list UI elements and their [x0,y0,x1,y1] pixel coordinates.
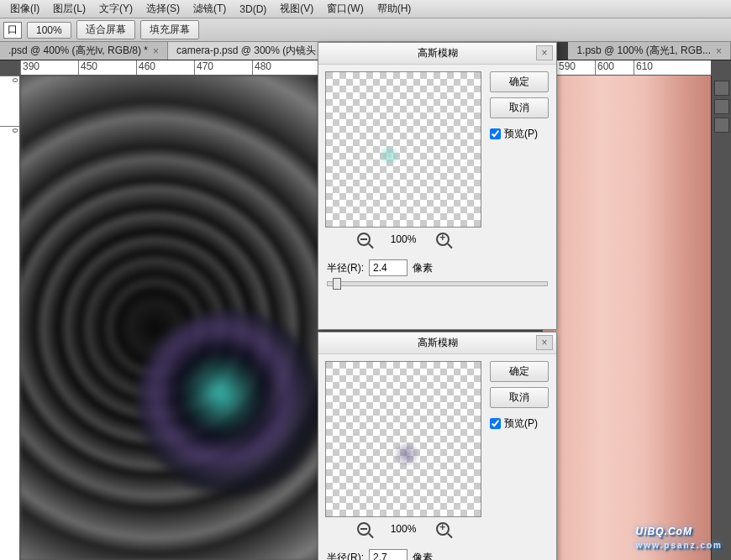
filter-preview[interactable] [325,361,481,517]
preview-label-text: 预览(P) [504,127,538,141]
lens-glass-artwork [138,311,319,495]
ruler-tick: 590 [556,60,595,75]
lens-rings-artwork [20,76,319,560]
zoom-in-icon[interactable] [436,233,450,246]
canvas-right-document[interactable] [543,76,711,560]
menu-view[interactable]: 视图(V) [273,2,320,16]
cancel-button[interactable]: 取消 [490,97,549,118]
ruler-tick: 470 [194,60,252,75]
ruler-tick: 0 [0,76,19,126]
dialog-titlebar[interactable]: 高斯模糊 × [318,43,556,65]
tab-label: 1.psb @ 100% (高光1, RGB... [576,44,711,58]
tab-doc-1[interactable]: .psd @ 400% (高光lv, RGB/8) *× [0,42,168,60]
ok-button[interactable]: 确定 [490,361,549,382]
ruler-tick: 480 [252,60,310,75]
preview-checkbox[interactable] [490,128,501,139]
panel-icon[interactable] [714,99,729,114]
gaussian-blur-dialog-2: 高斯模糊 × 100% 确定 取消 预览(P) 半径 [318,332,557,560]
menu-window[interactable]: 窗口(W) [320,2,370,16]
preview-content [378,144,400,166]
workspace: 390 450 460 470 480 570 580 590 600 610 … [0,60,731,560]
dialog-title: 高斯模糊 [418,46,458,60]
zoom-level-field[interactable]: 100% [27,22,71,39]
ruler-tick: 450 [78,60,136,75]
preview-zoom: 100% [391,523,417,535]
radius-label: 半径(R): [327,261,364,275]
menu-select[interactable]: 选择(S) [139,2,187,16]
preview-content [393,441,420,468]
ruler-tick: 610 [634,60,672,75]
radius-label: 半径(R): [327,551,364,561]
preview-zoom: 100% [391,233,417,245]
watermark-sub: www.psanz.com [636,541,723,550]
watermark-main: UiBQ.CoM [636,526,692,537]
canvas-left-document[interactable] [20,76,319,560]
menu-filter[interactable]: 滤镜(T) [187,2,233,16]
dialog-titlebar[interactable]: 高斯模糊 × [318,332,556,354]
tab-label: .psd @ 400% (高光lv, RGB/8) * [8,44,148,58]
options-bar: 口 100% 适合屏幕 填充屏幕 [0,18,731,42]
dialog-title: 高斯模糊 [418,336,458,350]
menu-image[interactable]: 图像(I) [3,2,46,16]
ruler-vertical: 0 0 [0,76,20,560]
panel-icon[interactable] [714,81,729,96]
ok-button[interactable]: 确定 [490,71,549,92]
tool-icon[interactable]: 口 [3,22,22,39]
fill-screen-button[interactable]: 填充屏幕 [140,20,199,39]
ruler-tick: 600 [595,60,634,75]
radius-unit: 像素 [413,261,433,275]
ruler-tick: 0 [0,126,19,176]
panel-icon[interactable] [714,118,729,133]
watermark: UiBQ.CoM www.psanz.com [636,514,723,550]
menu-bar: 图像(I) 图层(L) 文字(Y) 选择(S) 滤镜(T) 3D(D) 视图(V… [0,0,731,18]
tab-doc-2[interactable]: camera-p.psd @ 300% (内镜头 [168,42,325,60]
tab-label: camera-p.psd @ 300% (内镜头 [176,44,316,58]
cancel-button[interactable]: 取消 [490,387,549,408]
preview-label-text: 预览(P) [504,416,538,431]
preview-checkbox-label[interactable]: 预览(P) [490,127,549,141]
ruler-tick: 460 [136,60,194,75]
close-icon[interactable]: × [716,45,722,57]
radius-input[interactable] [369,259,408,276]
close-icon[interactable]: × [536,335,553,350]
panel-dock-right [711,76,731,560]
close-icon[interactable]: × [153,45,159,57]
ruler-tick: 390 [20,60,78,75]
zoom-in-icon[interactable] [436,522,450,536]
zoom-out-icon[interactable] [357,233,371,246]
gaussian-blur-dialog-1: 高斯模糊 × 100% 确定 取消 预览(P) 半径 [318,42,557,330]
zoom-out-icon[interactable] [357,522,371,536]
radius-slider[interactable] [327,281,548,286]
menu-3d[interactable]: 3D(D) [233,3,273,15]
close-icon[interactable]: × [536,45,553,60]
fit-screen-button[interactable]: 适合屏幕 [76,20,135,39]
menu-layer[interactable]: 图层(L) [46,2,92,16]
preview-checkbox[interactable] [490,418,501,429]
preview-checkbox-label[interactable]: 预览(P) [490,416,549,431]
filter-preview[interactable] [325,71,481,228]
slider-thumb[interactable] [333,278,341,290]
radius-input[interactable] [369,549,408,560]
menu-text[interactable]: 文字(Y) [92,2,139,16]
radius-unit: 像素 [413,551,433,561]
menu-help[interactable]: 帮助(H) [371,2,418,16]
tab-doc-3[interactable]: 1.psb @ 100% (高光1, RGB...× [568,42,731,60]
